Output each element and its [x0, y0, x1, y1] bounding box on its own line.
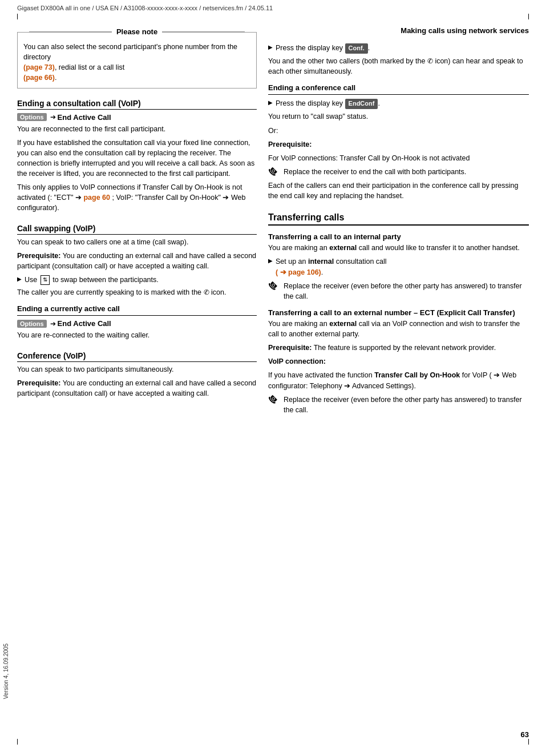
sidebar-version: Version 4, 16.09.2005: [3, 644, 9, 699]
transfer-external-heading: Transferring a call to an external numbe…: [268, 308, 529, 317]
conf-bullet-text: Press the display key Conf..: [276, 43, 370, 54]
section2-para1: You can speak to two callers one at a ti…: [17, 237, 257, 247]
note-header-line-left: [29, 31, 112, 32]
note-box-title: Please note: [112, 27, 162, 36]
content-area: Please note You can also select the seco…: [0, 21, 546, 430]
section1-options-row: Options ➔ End Active Call: [17, 113, 257, 122]
section1-para1: You are reconnected to the first call pa…: [17, 124, 257, 134]
section1-arrow2: ➔: [75, 194, 83, 202]
transfer-external-voip-para: If you have activated the function Trans…: [268, 370, 529, 391]
bottom-rule-left: [17, 739, 18, 745]
note-middle-text: , redial list or a call list: [55, 63, 124, 71]
note-box-text: You can also select the second participa…: [23, 42, 250, 83]
transfer-bold: Transfer Call by On-Hook: [374, 371, 460, 379]
handset-icon-1: ✆: [204, 288, 209, 297]
replace-receiver-row-1: ☎ Replace the receiver to end the call w…: [268, 167, 529, 177]
section1-link-page60[interactable]: page 60: [83, 194, 110, 202]
page-title: Making calls using network services: [268, 26, 529, 35]
top-rule-left: [17, 14, 18, 19]
internal-bold: internal: [308, 258, 334, 266]
transfer-internal-bullet: ▶ Set up an internal consultation call (…: [268, 256, 529, 277]
top-rule-right: [528, 14, 529, 19]
section2-heading: Call swapping (VoIP): [17, 224, 257, 235]
bottom-rule-right: [528, 739, 529, 745]
end-conf-para2: Each of the callers can end their partic…: [268, 180, 529, 201]
phone-icon-2: ☎: [266, 279, 280, 292]
internal-link-page106[interactable]: ( ➔ page 106): [276, 268, 321, 276]
transfer-external-para: You are making an external call via an V…: [268, 319, 529, 339]
note-link-1[interactable]: (page 73): [23, 63, 55, 71]
section3-prereq: Prerequisite: You are conducting an exte…: [17, 378, 257, 399]
section2-options-row: Options ➔ End Active Call: [17, 319, 257, 328]
options-button-1[interactable]: Options: [17, 113, 47, 121]
section1-end-active: End Active Call: [58, 113, 111, 122]
end-conf-bullet: ▶ Press the display key EndConf.: [268, 98, 529, 109]
endconf-key-button[interactable]: EndConf: [345, 99, 378, 109]
conf-para: You and the other two callers (both mark…: [268, 56, 529, 77]
conf-bullet: ▶ Press the display key Conf..: [268, 43, 529, 54]
end-conf-bullet-text: Press the display key EndConf.: [276, 98, 380, 109]
note-link-2[interactable]: (page 66): [23, 74, 55, 82]
replace-receiver-text-3: Replace the receiver (even before the ot…: [284, 395, 529, 415]
handset-icon-conf: ✆: [427, 57, 433, 66]
section2-bullet1: ▶ Use ⇅ to swap between the participants…: [17, 275, 257, 285]
section2-para2: The caller you are currently speaking to…: [17, 287, 257, 297]
page-container: Gigaset DX800A all in one / USA EN / A31…: [0, 0, 546, 756]
replace-receiver-text-1: Replace the receiver to end the call wit…: [284, 167, 466, 177]
end-conf-prereq-label: Prerequisite:: [268, 139, 529, 150]
voip-arrow2: ➔: [344, 382, 352, 390]
bottom-rules: [0, 739, 546, 745]
note-box: Please note You can also select the seco…: [17, 32, 257, 89]
voip-connection-label: VoIP connection:: [268, 357, 326, 365]
bullet-triangle-1: ▶: [17, 276, 22, 282]
note-text-before-link1: You can also select the second participa…: [23, 43, 237, 61]
transfer-internal-para: You are making an external call and woul…: [268, 243, 529, 253]
transfer-internal-heading: Transferring a call to an internal party: [268, 232, 529, 241]
top-rules: [0, 14, 546, 19]
note-end-text: .: [55, 74, 56, 82]
section2-sub-heading: Ending a currently active call: [17, 304, 257, 313]
page-header: Gigaset DX800A all in one / USA EN / A31…: [0, 0, 546, 14]
end-conf-heading: Ending a conference call: [268, 83, 529, 92]
swap-icon: ⇅: [41, 275, 50, 285]
voip-arrow: ➔: [494, 371, 500, 379]
section1-arrow3: ➔: [223, 194, 230, 202]
end-conf-para1: You return to "call swap" status.: [268, 111, 529, 122]
header-breadcrumb: Gigaset DX800A all in one / USA EN / A31…: [17, 5, 273, 11]
section2-para-end: You are re-connected to the waiting call…: [17, 330, 257, 340]
bullet-triangle-internal: ▶: [268, 258, 273, 264]
section2-end-active: End Active Call: [58, 319, 111, 328]
note-box-header: Please note: [29, 27, 245, 36]
section3-para1: You can speak to two participants simult…: [17, 364, 257, 375]
section2-prereq: Prerequisite: You are conducting an exte…: [17, 251, 257, 271]
bullet-triangle-conf: ▶: [268, 44, 273, 50]
note-header-line-right: [162, 31, 245, 32]
transferring-calls-heading: Transferring calls: [268, 212, 529, 226]
section2-divider: [17, 315, 257, 316]
options-button-2[interactable]: Options: [17, 320, 47, 328]
end-conf-prereq-text: For VoIP connections: Transfer Call by O…: [268, 153, 529, 163]
section2-bullet-text: Use ⇅ to swap between the participants.: [25, 275, 159, 285]
replace-receiver-text-2: Replace the receiver (even before the ot…: [284, 281, 529, 301]
transfer-external-prereq: Prerequisite: The feature is supported b…: [268, 343, 529, 353]
transfer-internal-bullet-text: Set up an internal consultation call ( ➔…: [276, 256, 387, 277]
section1-heading: Ending a consultation call (VoIP): [17, 99, 257, 110]
conf-key-button[interactable]: Conf.: [345, 43, 368, 54]
section1-para2: If you have established the consultation…: [17, 138, 257, 179]
replace-receiver-row-2: ☎ Replace the receiver (even before the …: [268, 281, 529, 301]
replace-receiver-row-3: ☎ Replace the receiver (even before the …: [268, 395, 529, 415]
left-column: Please note You can also select the seco…: [17, 26, 257, 419]
right-column: Making calls using network services ▶ Pr…: [268, 26, 529, 419]
external-bold-1: external: [329, 244, 357, 252]
section1-para3: This only applies to VoIP connections if…: [17, 182, 257, 213]
external-bold-2: external: [329, 320, 357, 328]
phone-icon-1: ☎: [266, 165, 280, 178]
section3-heading: Conference (VoIP): [17, 351, 257, 362]
end-conf-divider: [268, 94, 529, 95]
section2-arrow: ➔: [50, 320, 56, 328]
transfer-external-voip-label: VoIP connection:: [268, 356, 529, 367]
phone-icon-3: ☎: [266, 393, 280, 406]
page-number: 63: [521, 730, 529, 739]
bullet-triangle-endconf: ▶: [268, 99, 273, 106]
section1-arrow: ➔: [50, 113, 56, 121]
